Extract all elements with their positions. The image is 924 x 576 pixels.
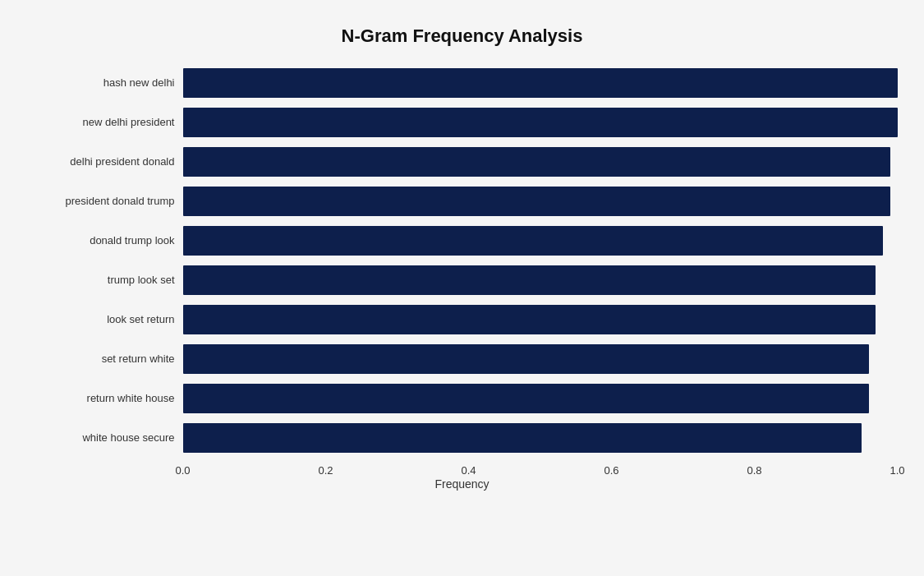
bar-row — [183, 223, 898, 258]
x-tick: 0.4 — [461, 464, 476, 477]
bar — [183, 265, 876, 295]
y-axis-label: trump look set — [108, 274, 175, 285]
bar — [183, 108, 898, 137]
bar-row — [183, 342, 898, 376]
y-axis-label: white house secure — [82, 432, 174, 443]
chart-inner: hash new delhinew delhi presidentdelhi p… — [27, 63, 898, 458]
bar — [183, 147, 890, 177]
y-axis-label: delhi president donald — [70, 156, 174, 167]
y-axis-label: look set return — [107, 314, 174, 325]
bar-row — [183, 105, 898, 140]
x-axis: 0.00.20.40.60.81.0 — [183, 458, 898, 474]
bars-area — [183, 63, 898, 458]
bar — [183, 344, 869, 374]
bar — [183, 384, 869, 413]
x-axis-label: Frequency — [27, 477, 898, 491]
x-tick: 0.0 — [175, 464, 190, 477]
x-tick: 0.2 — [318, 464, 333, 477]
y-axis-label: set return white — [102, 353, 175, 364]
bar — [183, 226, 884, 256]
y-axis-labels: hash new delhinew delhi presidentdelhi p… — [27, 63, 183, 458]
y-axis-label: new delhi president — [82, 117, 174, 127]
chart-area: hash new delhinew delhi presidentdelhi p… — [27, 63, 898, 491]
y-axis-label: hash new delhi — [103, 77, 175, 88]
bar-row — [183, 184, 898, 219]
bar-row — [183, 66, 898, 100]
bar — [183, 423, 862, 453]
bar-row — [183, 145, 898, 179]
y-axis-label: president donald trump — [66, 196, 175, 206]
bar — [183, 305, 876, 334]
bar-row — [183, 381, 898, 416]
x-tick: 0.8 — [747, 464, 761, 477]
y-axis-label: donald trump look — [90, 235, 174, 246]
x-tick: 1.0 — [890, 464, 904, 477]
bar-row — [183, 302, 898, 337]
y-axis-label: return white house — [87, 393, 175, 403]
x-tick: 0.6 — [604, 464, 618, 477]
bar-row — [183, 263, 898, 297]
chart-title: N-Gram Frequency Analysis — [27, 25, 898, 47]
bar-row — [183, 421, 898, 455]
bar — [183, 187, 890, 216]
chart-container: N-Gram Frequency Analysis hash new delhi… — [11, 9, 914, 568]
bar — [183, 68, 898, 98]
